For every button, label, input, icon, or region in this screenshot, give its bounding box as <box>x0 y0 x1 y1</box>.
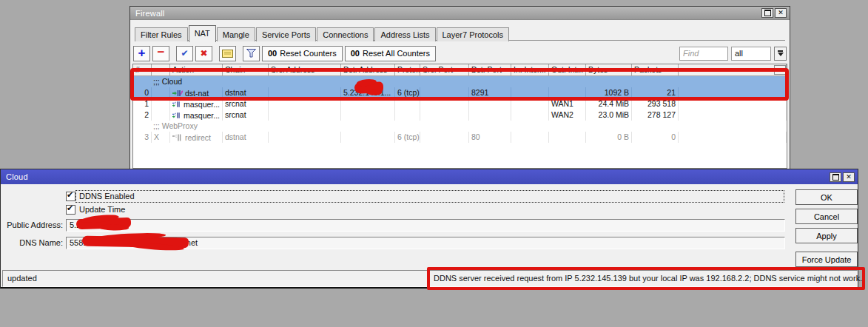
chevron-down-icon <box>778 53 784 56</box>
firewall-tab-bar: Filter RulesNATMangleService PortsConnec… <box>135 24 785 41</box>
comment-row-cloud[interactable]: ;;; Cloud <box>133 76 787 87</box>
cloud-window-title: Cloud <box>6 172 830 181</box>
col-flags[interactable] <box>152 64 170 75</box>
comment-row-webproxy[interactable]: ;;; WebProxy <box>133 121 787 132</box>
tab-filter-rules[interactable]: Filter Rules <box>135 27 188 41</box>
checkmark-icon: ✔ <box>67 203 73 213</box>
cloud-window: Cloud ✕ ✔ DDNS Enabled ✔ Update Time Pub… <box>0 169 858 289</box>
nat-rule-row-2[interactable]: 2 masquer... srcnat WAN2 23.0 MiB 278 12… <box>133 109 787 121</box>
check-icon: ✔ <box>181 49 188 58</box>
ddns-warning-message: DDNS server received request from IP 5.2… <box>434 271 862 286</box>
masquerade-action-icon <box>172 101 181 108</box>
dst-nat-action-icon <box>172 90 183 97</box>
col-packets[interactable]: Packets <box>632 64 679 75</box>
funnel-icon <box>246 49 256 58</box>
col-out-interface[interactable]: Out. Int... <box>549 64 586 75</box>
enable-rule-button[interactable]: ✔ <box>176 46 193 61</box>
filter-scope-select[interactable]: all <box>731 47 771 61</box>
close-icon[interactable]: ✕ <box>843 172 855 182</box>
tab-address-lists[interactable]: Address Lists <box>374 27 435 41</box>
remove-rule-button[interactable]: − <box>152 46 169 61</box>
firewall-window: Firewall ✕ Filter RulesNATMangleService … <box>129 6 790 172</box>
col-chain[interactable]: Chain <box>223 64 269 75</box>
nat-toolbar: + − ✔ ✖ 00Reset Counters 00Reset All Cou… <box>133 44 787 63</box>
cross-icon: ✖ <box>200 49 207 58</box>
dns-name-label: DNS Name: <box>3 237 63 249</box>
disable-rule-button[interactable]: ✖ <box>195 46 212 61</box>
disabled-flag: X <box>152 132 170 143</box>
zeros-icon: 00 <box>268 49 277 58</box>
reset-counters-button[interactable]: 00Reset Counters <box>262 46 343 61</box>
comment-button[interactable] <box>219 46 236 61</box>
tab-nat[interactable]: NAT <box>189 25 216 42</box>
cancel-button[interactable]: Cancel <box>795 209 858 224</box>
maximize-icon[interactable] <box>830 172 841 182</box>
close-icon[interactable]: ✕ <box>775 8 787 18</box>
public-address-label: Public Address: <box>3 220 63 231</box>
table-header-row: # Action Chain Src. Address Dst. Address… <box>133 64 787 76</box>
tab-service-ports[interactable]: Service Ports <box>256 27 316 41</box>
ddns-enabled-checkbox[interactable]: ✔ <box>66 192 75 201</box>
col-bytes[interactable]: Bytes <box>586 64 632 75</box>
public-address-field[interactable]: 5.232.145.139 <box>66 219 785 232</box>
plus-icon: + <box>138 47 146 59</box>
col-in-interface[interactable]: In. Inter... <box>511 64 549 75</box>
firewall-window-title: Firewall <box>135 9 761 18</box>
tab-connections[interactable]: Connections <box>317 27 374 41</box>
dns-name-field[interactable]: 5581047097103.sn.mynetname.net <box>66 237 785 249</box>
cloud-titlebar[interactable]: Cloud ✕ <box>1 169 858 184</box>
checkmark-icon: ✔ <box>67 190 73 200</box>
maximize-icon[interactable] <box>761 8 773 18</box>
filter-scope-dropdown-button[interactable] <box>774 47 787 61</box>
firewall-titlebar[interactable]: Firewall ✕ <box>130 7 790 20</box>
zeros-icon: 00 <box>351 49 360 58</box>
apply-button[interactable]: Apply <box>795 228 858 243</box>
filter-button[interactable] <box>243 46 260 61</box>
ok-button[interactable]: OK <box>795 189 858 205</box>
add-rule-button[interactable]: + <box>133 46 150 61</box>
col-src-port[interactable]: Src. Port <box>420 64 469 75</box>
force-update-button[interactable]: Force Update <box>795 252 858 267</box>
tab-mangle[interactable]: Mangle <box>217 27 255 41</box>
dst-address-cell: 5.232.145.1... <box>341 87 395 98</box>
reset-all-counters-button[interactable]: 00Reset All Counters <box>345 46 436 61</box>
find-input[interactable] <box>679 47 728 61</box>
status-text: updated <box>7 274 37 283</box>
nat-rules-table: # Action Chain Src. Address Dst. Address… <box>132 64 787 169</box>
col-proto[interactable]: Proto... <box>395 64 420 75</box>
comment-note-icon <box>222 50 233 58</box>
col-action[interactable]: Action <box>170 64 223 75</box>
tab-layer7-protocols[interactable]: Layer7 Protocols <box>437 27 510 41</box>
redirect-action-icon <box>172 134 183 141</box>
nat-rule-row-3-disabled[interactable]: 3 X redirect dstnat 6 (tcp) 80 0 B 0 <box>133 132 787 143</box>
dropdown-bar-icon <box>778 50 783 52</box>
update-time-label[interactable]: Update Time <box>76 204 125 215</box>
firewall-window-controls: ✕ <box>761 8 787 18</box>
update-time-checkbox[interactable]: ✔ <box>66 205 75 215</box>
column-selector-button[interactable] <box>774 65 786 75</box>
col-num[interactable]: # <box>133 64 152 75</box>
col-dst-port[interactable]: Dst. Port <box>469 64 511 75</box>
masquerade-action-icon <box>172 112 181 119</box>
nat-rule-row-0[interactable]: 0 dst-nat dstnat 5.232.145.1... 6 (tcp) … <box>133 87 787 98</box>
nat-rule-row-1[interactable]: 1 masquer... srcnat WAN1 24.4 MiB 293 51… <box>133 98 787 109</box>
minus-icon: − <box>158 46 165 58</box>
col-dst-address[interactable]: Dst. Address <box>341 64 395 75</box>
chevron-down-icon <box>777 68 783 72</box>
ddns-enabled-label[interactable]: DDNS Enabled <box>76 191 784 202</box>
cloud-window-controls: ✕ <box>830 172 855 182</box>
status-bar: updated DDNS server received request fro… <box>2 270 858 287</box>
col-src-address[interactable]: Src. Address <box>269 64 341 75</box>
